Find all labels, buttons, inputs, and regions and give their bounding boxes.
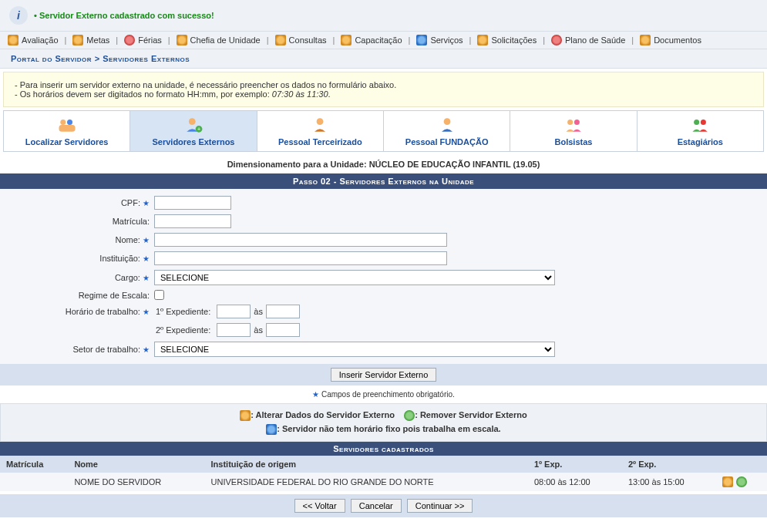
sun-icon [124, 35, 135, 45]
required-star: ★ [143, 345, 150, 354]
section-header: Passo 02 - Servidores Externos na Unidad… [0, 173, 767, 189]
cpf-input[interactable] [154, 196, 231, 210]
horario-label: Horário de trabalho: [66, 307, 140, 316]
exp2-start-input[interactable] [217, 323, 251, 337]
tab-estagiarios[interactable]: Estagiários [637, 111, 763, 151]
voltar-button[interactable]: << Voltar [294, 499, 345, 513]
required-star: ★ [312, 390, 319, 399]
instituicao-label: Instituição: [99, 254, 140, 263]
servidores-table: Matrícula Nome Instituição de origem 1º … [0, 456, 767, 491]
cargo-label: Cargo: [115, 273, 140, 282]
form-area: CPF: ★ Matrícula: Nome: ★ Instituição: ★… [0, 189, 767, 364]
col-exp2: 2º Exp. [622, 456, 716, 473]
svg-point-9 [574, 120, 580, 125]
required-note: ★ Campos de preenchimento obrigatório. [0, 386, 767, 403]
target-icon [72, 35, 83, 45]
breadcrumb-page: Servidores Externos [103, 54, 190, 63]
cargo-select[interactable]: SELECIONE [154, 270, 555, 285]
nome-input[interactable] [154, 233, 447, 247]
person-blue-icon [436, 116, 458, 134]
svg-point-7 [443, 118, 450, 125]
menu-servicos[interactable]: Serviços [416, 35, 463, 45]
svg-point-3 [189, 118, 196, 125]
people-group-icon [689, 116, 711, 134]
health-icon [551, 35, 562, 45]
regime-label: Regime de Escala: [79, 291, 150, 300]
menu-solicitacoes[interactable]: Solicitações [477, 35, 537, 45]
tab-localizar-servidores[interactable]: Localizar Servidores [4, 111, 130, 151]
menu-avaliacao[interactable]: Avaliação [8, 35, 59, 45]
training-icon [341, 35, 352, 45]
tip-line-2: - Os horários devem ser digitados no for… [15, 89, 752, 99]
row-edit-icon[interactable] [722, 476, 733, 487]
tab-pessoal-terceirizado[interactable]: Pessoal Terceirizado [257, 111, 384, 151]
col-matricula: Matrícula [0, 456, 68, 473]
menu-documentos[interactable]: Documentos [640, 35, 701, 45]
instituicao-input[interactable] [154, 251, 447, 265]
svg-rect-2 [59, 125, 75, 132]
svg-point-10 [694, 120, 699, 125]
breadcrumb: Portal do Servidor > Servidores Externos [0, 49, 767, 69]
registered-header: Servidores cadastrados [0, 442, 767, 456]
form-submit-row: Inserir Servidor Externo [0, 364, 767, 386]
required-star: ★ [143, 274, 150, 282]
edit-icon [240, 410, 251, 421]
exp1-start-input[interactable] [217, 305, 251, 318]
menu-ferias[interactable]: Férias [124, 35, 162, 45]
cell-exp2: 13:00 às 15:00 [622, 473, 716, 491]
cell-instituicao: UNIVERSIDADE FEDERAL DO RIO GRANDE DO NO… [205, 473, 528, 491]
cell-exp1: 08:00 às 12:00 [528, 473, 622, 491]
unit-icon [177, 35, 187, 45]
setor-label: Setor de trabalho: [72, 345, 140, 354]
svg-point-0 [60, 120, 66, 125]
tip-box: - Para inserir um servidor externo na un… [3, 72, 764, 107]
cancelar-button[interactable]: Cancelar [351, 499, 402, 513]
table-row: NOME DO SERVIDOR UNIVERSIDADE FEDERAL DO… [0, 473, 767, 491]
breadcrumb-root[interactable]: Portal do Servidor [11, 54, 92, 63]
exp2-end-input[interactable] [266, 323, 300, 337]
matricula-label: Matrícula: [113, 217, 150, 226]
user-icon [416, 35, 427, 45]
menu-consultas[interactable]: Consultas [275, 35, 327, 45]
dimension-title: Dimensionamento para a Unidade: NÚCLEO D… [0, 155, 767, 173]
svg-point-6 [317, 118, 324, 125]
top-menu: Avaliação| Metas| Férias| Chefia de Unid… [0, 32, 767, 49]
person-icon [309, 116, 331, 134]
people-pair-icon [563, 116, 584, 134]
col-exp1: 1º Exp. [528, 456, 622, 473]
col-instituicao: Instituição de origem [205, 456, 528, 473]
required-star: ★ [143, 254, 150, 263]
search-icon [275, 35, 286, 45]
trash-icon [404, 410, 415, 421]
tab-pessoal-fundacao[interactable]: Pessoal FUNDAÇÃO [384, 111, 510, 151]
clipboard-icon [8, 35, 19, 45]
info-bar: i Servidor Externo cadastrado com sucess… [0, 0, 767, 32]
cpf-label: CPF: [121, 198, 140, 207]
request-icon [477, 35, 488, 45]
setor-select[interactable]: SELECIONE [154, 342, 555, 357]
regime-checkbox[interactable] [154, 290, 164, 300]
menu-chefia[interactable]: Chefia de Unidade [177, 35, 261, 45]
continuar-button[interactable]: Continuar >> [407, 499, 473, 513]
tip-line-1: - Para inserir um servidor externo na un… [15, 80, 752, 89]
info-icon: i [9, 6, 28, 25]
tab-bolsistas[interactable]: Bolsistas [510, 111, 637, 151]
cell-nome: NOME DO SERVIDOR [68, 473, 204, 491]
matricula-input[interactable] [154, 214, 231, 228]
row-delete-icon[interactable] [736, 476, 747, 487]
inserir-button[interactable]: Inserir Servidor Externo [331, 368, 437, 382]
legend-bar: : Alterar Dados do Servidor Externo : Re… [0, 403, 767, 442]
menu-plano-saude[interactable]: Plano de Saúde [551, 35, 625, 45]
tabs: Localizar Servidores + Servidores Extern… [3, 110, 764, 152]
menu-capacitacao[interactable]: Capacitação [341, 35, 402, 45]
menu-metas[interactable]: Metas [72, 35, 109, 45]
tab-servidores-externos[interactable]: + Servidores Externos [130, 111, 257, 151]
required-star: ★ [143, 308, 150, 316]
exp1-end-input[interactable] [266, 305, 300, 318]
svg-text:+: + [197, 126, 200, 132]
required-star: ★ [143, 199, 150, 207]
exp1-label: 1º Expediente: [156, 307, 210, 316]
col-nome: Nome [68, 456, 204, 473]
svg-point-8 [567, 120, 573, 125]
svg-point-11 [701, 120, 706, 125]
